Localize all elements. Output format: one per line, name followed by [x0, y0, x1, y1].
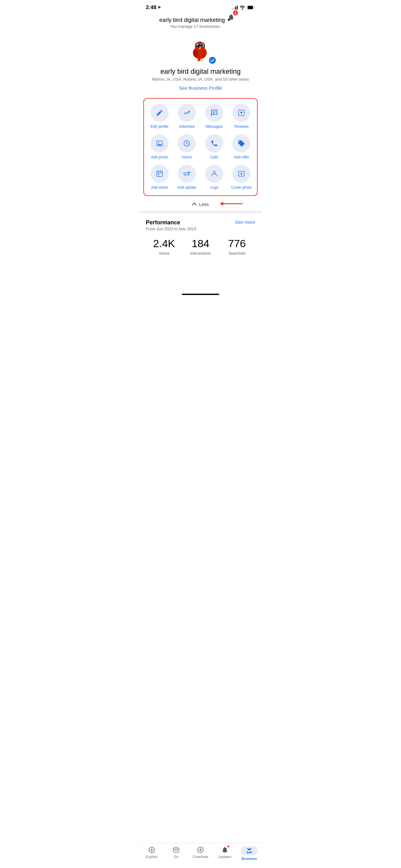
svg-point-22 [198, 56, 201, 61]
status-time: 2:48 [146, 4, 162, 11]
less-section[interactable]: Less [140, 197, 261, 211]
action-item-add-event[interactable]: Add event [146, 165, 173, 190]
hours-label: Hours [182, 155, 192, 160]
stat-views-label: Views [146, 251, 182, 256]
action-item-reviews[interactable]: Reviews [229, 104, 255, 129]
edit-profile-label: Edit profile [151, 124, 168, 129]
pencil-icon [156, 109, 163, 117]
svg-point-10 [197, 44, 198, 45]
cover-photo-label: Cover photo [231, 185, 252, 190]
advertise-icon-circle [178, 104, 196, 122]
add-offer-label: Add offer [234, 155, 249, 160]
wifi-icon [239, 5, 245, 10]
status-icons [232, 5, 255, 10]
bell-badge: 2 [233, 10, 238, 15]
profile-avatar-wrapper [187, 36, 214, 64]
performance-section: Performance From Jun 2023 to Nov 2023 Se… [140, 213, 261, 263]
battery-icon [247, 5, 255, 10]
svg-rect-24 [213, 113, 214, 114]
stat-interactions-value: 184 [182, 238, 219, 250]
see-business-profile-link[interactable]: See Business Profile [179, 85, 222, 91]
reviews-icon-circle [232, 104, 250, 122]
svg-rect-2 [248, 6, 253, 9]
action-item-add-offer[interactable]: Add offer [229, 134, 255, 160]
profile-section: early bird digital marketing Marion, IA,… [140, 32, 261, 98]
svg-rect-29 [157, 171, 162, 177]
megaphone-icon [183, 170, 191, 178]
stat-searches: 776 Searches [219, 238, 255, 256]
svg-point-8 [197, 44, 200, 47]
stat-searches-label: Searches [219, 251, 255, 256]
clock-icon [183, 140, 191, 147]
header-title[interactable]: early bird digital marketing [159, 17, 231, 24]
status-bar: 2:48 [140, 0, 261, 13]
messages-icon-circle [205, 104, 223, 122]
reviews-label: Reviews [235, 124, 248, 129]
photo-icon [156, 140, 163, 147]
action-item-add-photo[interactable]: Add photo [146, 134, 173, 160]
signal-icon [232, 5, 238, 10]
chat-icon [210, 109, 218, 117]
star-icon [238, 109, 245, 117]
profile-location: Marion, IA, USA, Robins, IA, USA, and 10… [152, 77, 249, 82]
add-update-label: Add update [177, 185, 196, 190]
stat-interactions-label: Interactions [182, 251, 219, 256]
action-grid: Edit profile Advertise Messages [146, 104, 255, 190]
action-item-cover-photo[interactable]: Cover photo [229, 165, 255, 190]
stat-interactions: 184 Interactions [182, 238, 219, 256]
home-indicator [182, 294, 219, 295]
checkmark-icon [210, 58, 214, 62]
logo-icon-circle [205, 165, 223, 183]
header-title-text: early bird digital marketing [159, 17, 225, 24]
svg-point-0 [242, 8, 243, 10]
header-subtitle: You manage 17 businesses [159, 24, 231, 29]
performance-title: Performance [146, 219, 196, 226]
svg-rect-23 [213, 112, 216, 112]
location-arrow-icon [158, 6, 162, 9]
add-update-icon-circle [178, 165, 196, 183]
tag-icon [238, 140, 245, 147]
svg-point-27 [158, 142, 159, 143]
logo-label: Logo [210, 185, 218, 190]
performance-stats: 2.4K Views 184 Interactions 776 Searches [146, 238, 255, 256]
action-item-advertise[interactable]: Advertise [174, 104, 200, 129]
messages-label: Messages [205, 124, 223, 129]
chevron-up-icon [192, 203, 196, 206]
verified-badge [208, 56, 216, 64]
svg-rect-33 [158, 174, 159, 175]
stat-views-value: 2.4K [146, 238, 182, 250]
trending-up-icon [183, 109, 191, 117]
profile-name: early bird digital marketing [161, 67, 241, 75]
performance-date: From Jun 2023 to Nov 2023 [146, 226, 196, 231]
action-item-messages[interactable]: Messages [201, 104, 227, 129]
action-item-add-update[interactable]: Add update [174, 165, 200, 190]
phone-icon [210, 140, 218, 147]
action-item-logo[interactable]: Logo [201, 165, 227, 190]
stat-searches-value: 776 [219, 238, 255, 250]
edit-profile-icon-circle [151, 104, 169, 122]
hours-icon-circle [178, 134, 196, 153]
action-grid-container: Edit profile Advertise Messages [143, 98, 258, 196]
arrow-icon [218, 200, 243, 207]
add-photo-icon-circle [151, 134, 169, 153]
add-event-label: Add event [151, 185, 168, 190]
person-icon [210, 170, 218, 178]
add-photo-label: Add photo [151, 155, 168, 160]
advertise-label: Advertise [179, 124, 195, 129]
action-item-calls[interactable]: Calls [201, 134, 227, 160]
red-arrow-indicator [218, 200, 243, 207]
stat-views: 2.4K Views [146, 238, 182, 256]
add-event-icon-circle [151, 165, 169, 183]
calls-icon-circle [205, 134, 223, 153]
see-more-link[interactable]: See more [235, 219, 255, 225]
action-item-edit-profile[interactable]: Edit profile [146, 104, 173, 129]
performance-header: Performance From Jun 2023 to Nov 2023 Se… [146, 219, 255, 231]
svg-point-35 [213, 171, 215, 174]
header: early bird digital marketing You manage … [140, 13, 261, 32]
image-plus-icon [238, 170, 245, 178]
action-item-hours[interactable]: Hours [174, 134, 200, 160]
section-divider [140, 211, 261, 213]
less-button: Less [199, 202, 209, 207]
notification-bell-button[interactable]: 2 [226, 11, 237, 23]
calendar-icon [156, 170, 163, 178]
